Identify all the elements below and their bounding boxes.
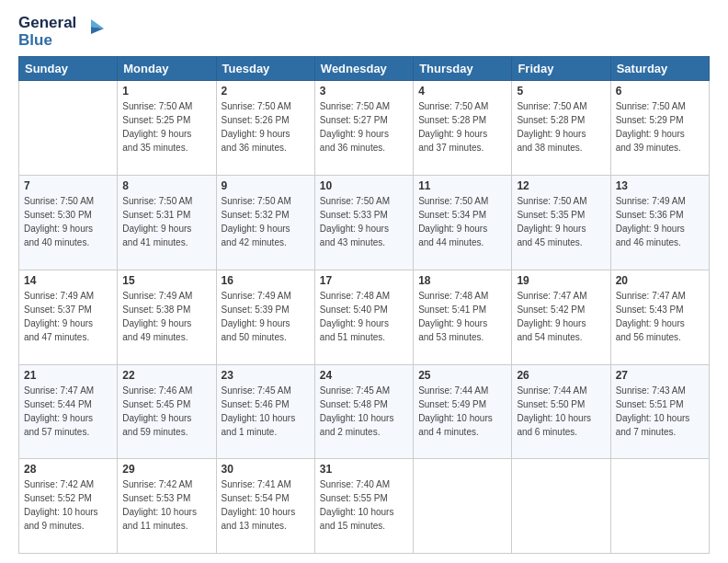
table-row: 19Sunrise: 7:47 AM Sunset: 5:42 PM Dayli… (512, 270, 610, 364)
day-info: Sunrise: 7:40 AM Sunset: 5:55 PM Dayligh… (320, 477, 408, 533)
table-row (414, 459, 512, 554)
day-info: Sunrise: 7:41 AM Sunset: 5:54 PM Dayligh… (222, 477, 310, 533)
day-info: Sunrise: 7:42 AM Sunset: 5:53 PM Dayligh… (122, 477, 210, 533)
table-row: 22Sunrise: 7:46 AM Sunset: 5:45 PM Dayli… (118, 364, 216, 459)
day-number: 2 (222, 85, 310, 98)
table-row: 8Sunrise: 7:50 AM Sunset: 5:31 PM Daylig… (118, 176, 216, 270)
table-row: 16Sunrise: 7:49 AM Sunset: 5:39 PM Dayli… (216, 270, 314, 364)
day-info: Sunrise: 7:44 AM Sunset: 5:50 PM Dayligh… (517, 384, 605, 439)
day-number: 5 (517, 85, 605, 98)
table-row: 31Sunrise: 7:40 AM Sunset: 5:55 PM Dayli… (314, 459, 413, 554)
col-thursday: Thursday (414, 57, 512, 81)
day-info: Sunrise: 7:48 AM Sunset: 5:41 PM Dayligh… (418, 289, 506, 344)
day-number: 28 (24, 463, 112, 476)
day-info: Sunrise: 7:50 AM Sunset: 5:35 PM Dayligh… (517, 194, 605, 249)
table-row: 23Sunrise: 7:45 AM Sunset: 5:46 PM Dayli… (216, 364, 314, 459)
day-info: Sunrise: 7:50 AM Sunset: 5:32 PM Dayligh… (222, 194, 310, 249)
table-row: 17Sunrise: 7:48 AM Sunset: 5:40 PM Dayli… (314, 270, 413, 364)
day-number: 20 (616, 274, 704, 287)
col-wednesday: Wednesday (314, 57, 413, 81)
day-info: Sunrise: 7:50 AM Sunset: 5:28 PM Dayligh… (418, 99, 506, 155)
day-info: Sunrise: 7:49 AM Sunset: 5:38 PM Dayligh… (122, 289, 210, 344)
table-row: 1Sunrise: 7:50 AM Sunset: 5:25 PM Daylig… (118, 81, 216, 176)
day-number: 19 (517, 274, 605, 287)
day-number: 18 (418, 274, 506, 287)
calendar-header-row: Sunday Monday Tuesday Wednesday Thursday… (19, 57, 710, 81)
day-number: 3 (320, 85, 408, 98)
day-number: 17 (320, 274, 408, 287)
day-number: 15 (122, 274, 210, 287)
day-number: 22 (122, 369, 210, 382)
table-row: 27Sunrise: 7:43 AM Sunset: 5:51 PM Dayli… (610, 364, 709, 459)
table-row: 30Sunrise: 7:41 AM Sunset: 5:54 PM Dayli… (216, 459, 314, 554)
table-row: 15Sunrise: 7:49 AM Sunset: 5:38 PM Dayli… (118, 270, 216, 364)
day-info: Sunrise: 7:45 AM Sunset: 5:46 PM Dayligh… (222, 384, 310, 439)
calendar-table: Sunday Monday Tuesday Wednesday Thursday… (18, 56, 710, 554)
day-info: Sunrise: 7:50 AM Sunset: 5:27 PM Dayligh… (320, 99, 408, 155)
day-number: 31 (320, 463, 408, 476)
day-info: Sunrise: 7:49 AM Sunset: 5:37 PM Dayligh… (24, 289, 112, 344)
table-row: 20Sunrise: 7:47 AM Sunset: 5:43 PM Dayli… (610, 270, 709, 364)
day-number: 10 (320, 179, 408, 192)
day-number: 30 (222, 463, 310, 476)
logo-text-blue: Blue (18, 32, 76, 50)
logo-bird-icon (78, 16, 104, 41)
day-number: 16 (222, 274, 310, 287)
day-number: 24 (320, 369, 408, 382)
day-info: Sunrise: 7:50 AM Sunset: 5:25 PM Dayligh… (122, 99, 210, 155)
table-row: 9Sunrise: 7:50 AM Sunset: 5:32 PM Daylig… (216, 176, 314, 270)
table-row: 13Sunrise: 7:49 AM Sunset: 5:36 PM Dayli… (610, 176, 709, 270)
table-row (19, 81, 118, 176)
day-info: Sunrise: 7:47 AM Sunset: 5:43 PM Dayligh… (616, 289, 704, 344)
table-row: 5Sunrise: 7:50 AM Sunset: 5:28 PM Daylig… (512, 81, 610, 176)
day-info: Sunrise: 7:49 AM Sunset: 5:39 PM Dayligh… (222, 289, 310, 344)
day-info: Sunrise: 7:50 AM Sunset: 5:26 PM Dayligh… (222, 99, 310, 155)
day-number: 9 (222, 179, 310, 192)
table-row: 11Sunrise: 7:50 AM Sunset: 5:34 PM Dayli… (414, 176, 512, 270)
day-number: 14 (24, 274, 112, 287)
table-row: 2Sunrise: 7:50 AM Sunset: 5:26 PM Daylig… (216, 81, 314, 176)
col-monday: Monday (118, 57, 216, 81)
table-row: 10Sunrise: 7:50 AM Sunset: 5:33 PM Dayli… (314, 176, 413, 270)
table-row (512, 459, 610, 554)
day-number: 6 (616, 85, 704, 98)
table-row: 25Sunrise: 7:44 AM Sunset: 5:49 PM Dayli… (414, 364, 512, 459)
day-info: Sunrise: 7:50 AM Sunset: 5:31 PM Dayligh… (122, 194, 210, 249)
day-info: Sunrise: 7:50 AM Sunset: 5:29 PM Dayligh… (616, 99, 704, 155)
day-info: Sunrise: 7:47 AM Sunset: 5:44 PM Dayligh… (24, 384, 112, 439)
day-info: Sunrise: 7:47 AM Sunset: 5:42 PM Dayligh… (517, 289, 605, 344)
day-number: 8 (122, 179, 210, 192)
day-info: Sunrise: 7:42 AM Sunset: 5:52 PM Dayligh… (24, 477, 112, 533)
col-sunday: Sunday (19, 57, 118, 81)
day-number: 11 (418, 179, 506, 192)
day-number: 23 (222, 369, 310, 382)
day-number: 26 (517, 369, 605, 382)
day-info: Sunrise: 7:45 AM Sunset: 5:48 PM Dayligh… (320, 384, 408, 439)
day-number: 4 (418, 85, 506, 98)
day-info: Sunrise: 7:50 AM Sunset: 5:34 PM Dayligh… (418, 194, 506, 249)
logo: General Blue (18, 15, 104, 49)
day-info: Sunrise: 7:50 AM Sunset: 5:30 PM Dayligh… (24, 194, 112, 249)
table-row: 7Sunrise: 7:50 AM Sunset: 5:30 PM Daylig… (19, 176, 118, 270)
table-row: 12Sunrise: 7:50 AM Sunset: 5:35 PM Dayli… (512, 176, 610, 270)
day-number: 29 (122, 463, 210, 476)
table-row: 4Sunrise: 7:50 AM Sunset: 5:28 PM Daylig… (414, 81, 512, 176)
day-info: Sunrise: 7:44 AM Sunset: 5:49 PM Dayligh… (418, 384, 506, 439)
day-info: Sunrise: 7:50 AM Sunset: 5:28 PM Dayligh… (517, 99, 605, 155)
day-info: Sunrise: 7:49 AM Sunset: 5:36 PM Dayligh… (616, 194, 704, 249)
table-row: 29Sunrise: 7:42 AM Sunset: 5:53 PM Dayli… (118, 459, 216, 554)
table-row: 26Sunrise: 7:44 AM Sunset: 5:50 PM Dayli… (512, 364, 610, 459)
table-row: 14Sunrise: 7:49 AM Sunset: 5:37 PM Dayli… (19, 270, 118, 364)
day-info: Sunrise: 7:46 AM Sunset: 5:45 PM Dayligh… (122, 384, 210, 439)
day-number: 21 (24, 369, 112, 382)
day-number: 7 (24, 179, 112, 192)
table-row: 18Sunrise: 7:48 AM Sunset: 5:41 PM Dayli… (414, 270, 512, 364)
day-number: 1 (122, 85, 210, 98)
col-saturday: Saturday (610, 57, 709, 81)
table-row: 28Sunrise: 7:42 AM Sunset: 5:52 PM Dayli… (19, 459, 118, 554)
col-friday: Friday (512, 57, 610, 81)
table-row: 24Sunrise: 7:45 AM Sunset: 5:48 PM Dayli… (314, 364, 413, 459)
day-info: Sunrise: 7:48 AM Sunset: 5:40 PM Dayligh… (320, 289, 408, 344)
day-number: 27 (616, 369, 704, 382)
table-row: 3Sunrise: 7:50 AM Sunset: 5:27 PM Daylig… (314, 81, 413, 176)
